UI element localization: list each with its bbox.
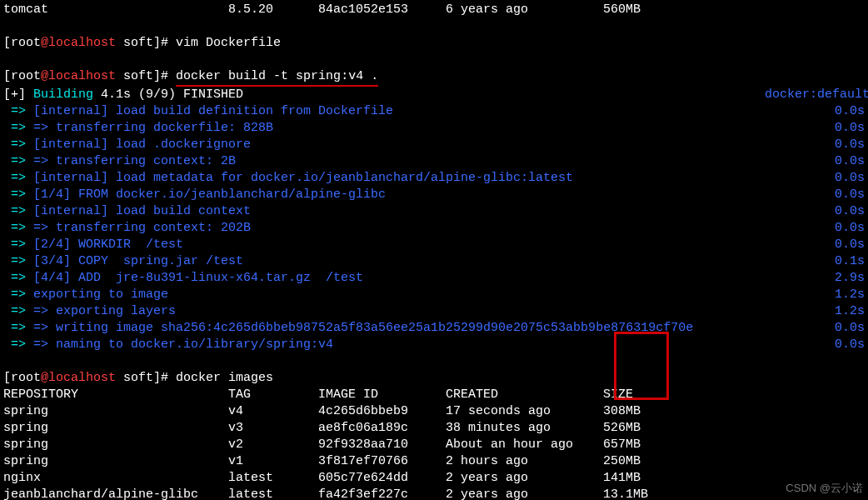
prompt-line-vim: [root@localhost soft]# vim Dockerfile (3, 18, 865, 52)
build-step: => [internal] load build definition from… (3, 103, 865, 120)
table-row: nginx latest 605c77e624dd 2 years ago 14… (3, 470, 865, 487)
cmd-images: docker images (176, 371, 273, 385)
watermark: CSDN @云小诺 (786, 480, 863, 497)
build-step: => [internal] load metadata for docker.i… (3, 170, 865, 187)
build-step: => [1/4] FROM docker.io/jeanblanchard/al… (3, 187, 865, 203)
build-step: => => transferring context: 2B0.0s (3, 153, 865, 170)
partial-top-row: tomcat 8.5.20 84ac1052e153 6 years ago 5… (3, 2, 865, 18)
build-step: => => naming to docker.io/library/spring… (3, 337, 865, 353)
build-step: => => transferring context: 202B0.0s (3, 220, 865, 237)
table-row: spring v2 92f9328aa710 About an hour ago… (3, 437, 865, 453)
cmd-build: docker build -t spring:v4 . (176, 68, 378, 87)
build-step: => [3/4] COPY spring.jar /test0.1s (3, 253, 865, 270)
build-step: => => writing image sha256:4c265d6bbeb98… (3, 320, 865, 337)
build-header: [+] Building 4.1s (9/9) FINISHED docker:… (3, 87, 865, 103)
build-step: => => transferring dockerfile: 828B0.0s (3, 120, 865, 137)
table-header: REPOSITORY TAG IMAGE ID CREATED SIZE (3, 387, 865, 403)
prompt-line-images: [root@localhost soft]# docker images (3, 353, 865, 387)
build-step: => => exporting layers1.2s (3, 303, 865, 320)
table-row: spring v3 ae8fc06a189c 38 minutes ago 52… (3, 420, 865, 437)
build-step: => exporting to image1.2s (3, 287, 865, 303)
prompt-line-build: [root@localhost soft]# docker build -t s… (3, 52, 865, 87)
build-step: => [internal] load build context0.0s (3, 203, 865, 220)
build-step: => [2/4] WORKDIR /test0.0s (3, 237, 865, 253)
table-row: spring v4 4c265d6bbeb9 17 seconds ago 30… (3, 403, 865, 420)
build-backend: docker:default (765, 87, 865, 103)
build-step: => [internal] load .dockerignore0.0s (3, 137, 865, 153)
table-row: jeanblanchard/alpine-glibc latest fa42f3… (3, 487, 865, 500)
build-step: => [4/4] ADD jre-8u391-linux-x64.tar.gz … (3, 270, 865, 287)
size-highlight-box (614, 332, 669, 400)
table-row: spring v1 3f817ef70766 2 hours ago 250MB (3, 453, 865, 470)
cmd-vim: vim Dockerfile (176, 36, 281, 50)
